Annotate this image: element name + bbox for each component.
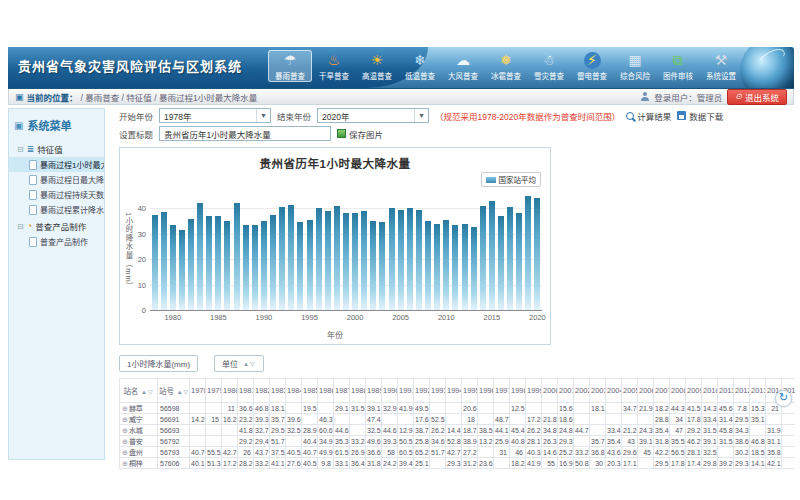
unit-sort-chip[interactable]: 单位 ▲▽ [214,355,264,372]
bar[interactable] [507,207,513,310]
year-header[interactable]: 1982 [254,379,270,403]
bar[interactable] [398,210,404,310]
year-header[interactable]: 1984 [286,379,302,403]
nav-item-8[interactable]: ⚡雷电普查 [571,50,613,82]
logout-button[interactable]: ⊙ 退出系统 [727,89,787,105]
sort-icons[interactable]: ▲▽ [174,389,189,395]
calculate-button[interactable]: 计算结果 [626,110,671,122]
year-header[interactable]: 2000 [542,379,558,403]
bar[interactable] [452,225,458,310]
year-header[interactable]: 2012 [734,379,750,403]
bar[interactable] [197,203,203,310]
chart-title-input[interactable]: 贵州省历年1小时最大降水量 [159,126,331,141]
station-name-cell[interactable]: ⊕盘州 [120,447,158,458]
year-header[interactable]: 1990 [382,379,398,403]
bar[interactable] [480,206,486,310]
nav-item-6[interactable]: ❅冰雹普查 [485,50,527,82]
station-name-cell[interactable]: ⊕赫章 [120,403,158,414]
bar[interactable] [471,227,477,310]
expand-row-icon[interactable]: ⊕ [122,460,128,467]
bar[interactable] [316,208,322,310]
bar[interactable] [516,213,522,310]
tree-item[interactable]: 暴雨过程日最大降水量 [9,172,104,187]
bar[interactable] [243,225,249,310]
bar[interactable] [261,221,267,310]
bar[interactable] [161,212,167,310]
station-name-cell[interactable]: ⊕普安 [120,436,158,447]
bar[interactable] [379,222,385,310]
year-header[interactable]: 1981 [238,379,254,403]
bar[interactable] [188,219,194,311]
value-type-chip[interactable]: 1小时降水量(mm) [119,355,198,372]
year-header[interactable]: 2002 [574,379,590,403]
year-header[interactable]: 2008 [670,379,686,403]
expand-row-icon[interactable]: ⊕ [122,438,128,445]
bar[interactable] [179,230,185,310]
bar[interactable] [234,203,240,310]
bar[interactable] [425,221,431,310]
year-header[interactable]: 1988 [350,379,366,403]
year-header[interactable]: 1989 [366,379,382,403]
end-year-select[interactable]: 2020年 ▼ [317,108,429,123]
year-header[interactable]: 2009 [686,379,702,403]
tree-item[interactable]: 普查产品制作 [9,234,104,249]
station-name-cell[interactable]: ⊕桐梓 [120,458,158,469]
nav-item-4[interactable]: ❄低温普查 [399,50,441,82]
tree-item[interactable]: 暴雨过程1小时最大降水量 [9,157,104,172]
nav-item-1[interactable]: ☂暴雨普查 [268,50,312,82]
download-button[interactable]: 数据下载 [677,110,723,122]
bar[interactable] [489,201,495,310]
bar[interactable] [416,210,422,310]
year-header[interactable]: 1995 [462,379,478,403]
tree-group-2[interactable]: ⊟◔普查产品制作 [9,217,104,234]
year-header[interactable]: 2007 [654,379,670,403]
nav-item-5[interactable]: ☁大风普查 [442,50,484,82]
station-name-cell[interactable]: ⊕威宁 [120,414,158,425]
bar[interactable] [498,216,504,310]
year-header[interactable]: 1999 [526,379,542,403]
year-header[interactable]: 1993 [430,379,446,403]
year-header[interactable]: 1997 [494,379,510,403]
bar[interactable] [224,221,230,310]
start-year-select[interactable]: 1978年 ▼ [159,108,271,123]
year-header[interactable]: 1986 [318,379,334,403]
bar[interactable] [352,213,358,310]
year-header[interactable]: 2003 [590,379,606,403]
bar[interactable] [370,221,376,310]
year-header[interactable]: 1998 [510,379,526,403]
year-header[interactable]: 1980 [222,379,238,403]
bar[interactable] [297,222,303,310]
expand-row-icon[interactable]: ⊕ [122,427,128,434]
year-header[interactable]: 1996 [478,379,494,403]
bar[interactable] [288,205,294,310]
year-header[interactable]: 2013 [750,379,766,403]
year-header[interactable]: 1994 [446,379,462,403]
year-header[interactable]: 2001 [558,379,574,403]
year-header[interactable]: 1985 [302,379,318,403]
tree-group-1[interactable]: ⊟≣特征值 [9,140,104,157]
sort-icons[interactable]: ▲▽ [138,389,153,395]
station-name-header[interactable]: 站名 ▲▽ [120,379,158,403]
bar[interactable] [525,196,531,310]
chart-legend[interactable]: 国家站平均 [481,172,542,187]
bar[interactable] [307,220,313,310]
nav-item-2[interactable]: ♨干旱普查 [313,50,355,82]
bar[interactable] [389,208,395,310]
year-header[interactable]: 1991 [398,379,414,403]
expand-icon[interactable]: ⊟ [17,222,24,231]
year-header[interactable]: 1978 [190,379,206,403]
expand-row-icon[interactable]: ⊕ [122,416,128,423]
bar[interactable] [270,215,276,310]
bar[interactable] [334,206,340,310]
year-header[interactable]: 1983 [270,379,286,403]
bar[interactable] [534,198,540,310]
station-name-cell[interactable]: ⊕水城 [120,425,158,436]
nav-item-10[interactable]: ⧉图件审核 [657,50,699,82]
bar[interactable] [215,216,221,310]
bar[interactable] [462,224,468,310]
bar[interactable] [170,225,176,310]
year-header[interactable]: 2010 [702,379,718,403]
expand-row-icon[interactable]: ⊕ [122,449,128,456]
nav-item-11[interactable]: ⚒系统设置 [700,50,742,82]
year-header[interactable]: 1987 [334,379,350,403]
